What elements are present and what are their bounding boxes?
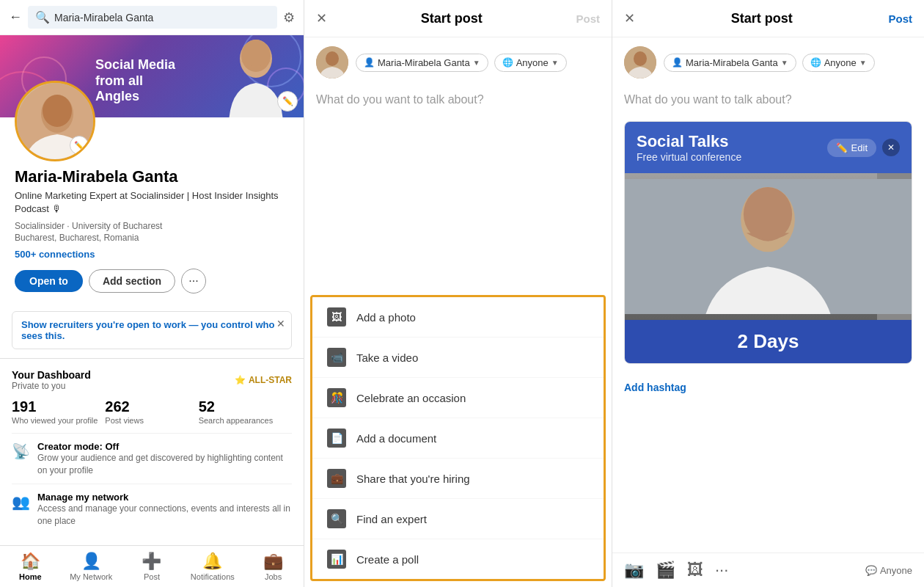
nav-home-label: Home — [19, 572, 42, 581]
video-toolbar-icon[interactable]: 🎬 — [656, 561, 675, 580]
add-section-button[interactable]: Add section — [89, 269, 175, 293]
toolbar-anyone-label: Anyone — [880, 565, 912, 576]
edit-cover-button[interactable]: ✏️ — [277, 91, 298, 112]
menu-add-photo-label: Add a photo — [356, 311, 416, 324]
right-post-button[interactable]: Post — [888, 12, 912, 25]
center-user-dropdown[interactable]: 👤 Maria-Mirabela Ganta ▼ — [356, 54, 488, 72]
manage-network-content: Manage my network Access and manage your… — [37, 492, 292, 528]
star-icon: ⭐ — [235, 375, 246, 385]
edit-avatar-button[interactable]: ✏️ — [70, 136, 89, 155]
menu-share-hiring-label: Share that you're hiring — [356, 473, 470, 485]
media-close-button[interactable]: ✕ — [882, 139, 900, 156]
stat-post-views[interactable]: 262 Post views — [105, 398, 198, 426]
more-toolbar-icon[interactable]: ··· — [715, 561, 728, 580]
dashboard: Your Dashboard Private to you ⭐ ALL-STAR… — [0, 358, 304, 545]
media-video-thumbnail: ▶ — [625, 173, 912, 320]
center-post-modal: ✕ Start post Post 👤 Maria-Mirabela Gan — [304, 0, 612, 587]
open-to-button[interactable]: Open to — [15, 270, 83, 292]
right-modal-title: Start post — [731, 11, 793, 26]
more-button[interactable]: ··· — [181, 269, 206, 294]
all-star-label: ALL-STAR — [249, 375, 292, 385]
stat-profile-views[interactable]: 191 Who viewed your profile — [12, 398, 105, 426]
media-card-header: Social Talks Free virtual conference ✏️ … — [625, 122, 912, 173]
creator-mode-content: Creator mode: Off Grow your audience and… — [37, 441, 292, 477]
video-background — [625, 173, 877, 320]
image-toolbar-icon[interactable]: 🖼 — [687, 561, 703, 580]
manage-network-title: Manage my network — [37, 492, 292, 503]
nav-notifications[interactable]: 🔔 Notifications — [182, 550, 243, 583]
right-audience-dropdown[interactable]: 🌐 Anyone ▼ — [802, 54, 875, 72]
manage-network-item[interactable]: 👥 Manage my network Access and manage yo… — [12, 484, 292, 535]
profile-views-label: Who viewed your profile — [12, 415, 105, 426]
back-button[interactable]: ← — [9, 10, 22, 25]
dashboard-stats: 191 Who viewed your profile 262 Post vie… — [12, 398, 292, 426]
media-card-footer: 2 Days — [625, 320, 912, 363]
menu-take-video[interactable]: 📹 Take a video — [312, 338, 604, 378]
media-edit-button[interactable]: ✏️ Edit — [827, 139, 876, 157]
search-value: Maria-Mirabela Ganta — [54, 12, 153, 23]
search-box[interactable]: 🔍 Maria-Mirabela Ganta — [28, 6, 277, 29]
toolbar-audience-selector[interactable]: 💬 Anyone — [865, 565, 912, 576]
media-card-title: Social Talks — [637, 132, 741, 151]
menu-create-poll[interactable]: 📊 Create a poll — [312, 539, 604, 579]
manage-network-icon: 👥 — [12, 493, 30, 511]
nav-jobs-label: Jobs — [265, 572, 282, 581]
pencil-icon: ✏️ — [836, 142, 848, 153]
celebrate-icon: 🎊 — [327, 388, 346, 407]
menu-celebrate-label: Celebrate an occasion — [356, 392, 466, 404]
right-user-dropdown[interactable]: 👤 Maria-Mirabela Ganta ▼ — [664, 54, 796, 72]
center-dropdowns: 👤 Maria-Mirabela Ganta ▼ 🌐 Anyone ▼ — [356, 54, 567, 72]
menu-take-video-label: Take a video — [356, 351, 418, 364]
menu-celebrate[interactable]: 🎊 Celebrate an occasion — [312, 378, 604, 418]
center-close-button[interactable]: ✕ — [316, 10, 327, 26]
menu-add-photo[interactable]: 🖼 Add a photo — [312, 297, 604, 338]
menu-find-expert-label: Find an expert — [356, 513, 427, 525]
right-close-button[interactable]: ✕ — [624, 10, 635, 26]
right-username: Maria-Mirabela Ganta — [686, 57, 778, 68]
home-icon: 🏠 — [21, 552, 40, 571]
svg-point-5 — [241, 40, 271, 72]
profile-views-number: 191 — [12, 398, 105, 415]
photo-toolbar-icon[interactable]: 📷 — [624, 561, 644, 580]
action-buttons: Open to Add section ··· — [15, 269, 289, 294]
nav-post[interactable]: ➕ Post — [122, 550, 183, 583]
nav-home[interactable]: 🏠 Home — [0, 550, 61, 583]
gear-icon[interactable]: ⚙ — [283, 10, 295, 26]
media-preview-card: Social Talks Free virtual conference ✏️ … — [624, 121, 912, 364]
connections-link[interactable]: 500+ connections — [15, 249, 289, 260]
nav-network[interactable]: 👤 My Network — [61, 550, 122, 583]
jobs-icon: 💼 — [263, 552, 283, 571]
center-post-prompt[interactable]: What do you want to talk about? — [304, 87, 612, 289]
menu-find-expert[interactable]: 🔍 Find an expert — [312, 499, 604, 539]
right-modal-header: ✕ Start post Post — [612, 0, 924, 37]
right-post-modal: ✕ Start post Post 👤 Maria-Mirabela Gan — [612, 0, 924, 587]
profile-meta2: Bucharest, Bucharest, Romania — [15, 233, 289, 243]
right-audience-arrow-icon: ▼ — [859, 59, 867, 67]
dashboard-header: Your Dashboard Private to you ⭐ ALL-STAR — [12, 369, 292, 391]
find-expert-icon: 🔍 — [327, 509, 346, 528]
menu-share-hiring[interactable]: 💼 Share that you're hiring — [312, 459, 604, 499]
center-user-row: 👤 Maria-Mirabela Ganta ▼ 🌐 Anyone ▼ — [304, 37, 612, 87]
search-appearances-label: Search appearances — [199, 415, 292, 426]
profile-meta1: Socialinsider · University of Bucharest — [15, 221, 289, 231]
menu-add-document[interactable]: 📄 Add a document — [312, 418, 604, 459]
creator-mode-item[interactable]: 📡 Creator mode: Off Grow your audience a… — [12, 433, 292, 484]
dashboard-title: Your Dashboard — [12, 369, 91, 381]
create-poll-icon: 📊 — [327, 550, 346, 569]
nav-notifications-label: Notifications — [191, 572, 235, 581]
menu-add-document-label: Add a document — [356, 432, 436, 445]
media-card-subtitle: Free virtual conference — [637, 151, 741, 163]
banner-close-button[interactable]: ✕ — [276, 318, 285, 329]
add-hashtag-button[interactable]: Add hashtag — [612, 373, 924, 402]
right-post-prompt[interactable]: What do you want to talk about? — [612, 87, 924, 112]
stat-search-appearances[interactable]: 52 Search appearances — [199, 398, 292, 426]
top-bar: ← 🔍 Maria-Mirabela Ganta ⚙ — [0, 0, 304, 35]
svg-point-12 — [634, 51, 647, 66]
share-hiring-icon: 💼 — [327, 469, 346, 488]
edit-label: Edit — [851, 142, 868, 153]
center-audience-arrow-icon: ▼ — [551, 59, 559, 67]
nav-jobs[interactable]: 💼 Jobs — [243, 550, 304, 583]
center-post-button[interactable]: Post — [576, 12, 600, 25]
banner-text: Show recruiters you're open to work — yo… — [21, 319, 282, 341]
center-audience-dropdown[interactable]: 🌐 Anyone ▼ — [494, 54, 567, 72]
